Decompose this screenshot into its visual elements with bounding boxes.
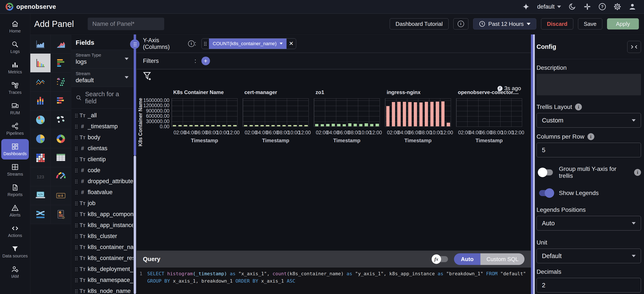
drag-handle-icon[interactable] [75, 212, 78, 216]
field-item[interactable]: #floatvalue [71, 187, 133, 198]
chart-type-custom-chart[interactable] [51, 205, 71, 224]
settings-gear-icon[interactable] [614, 3, 621, 11]
dark-mode-moon-icon[interactable] [568, 3, 576, 11]
sidebar-item-reports[interactable]: Reports [1, 180, 29, 200]
drag-handle-icon[interactable] [75, 124, 78, 129]
sidebar-item-logs[interactable]: Logs [1, 37, 29, 57]
description-textarea[interactable] [536, 74, 641, 95]
sidebar-item-alerts[interactable]: Alerts [1, 200, 29, 221]
fields-splitter[interactable] [133, 35, 136, 294]
filter-plus-icon[interactable] [142, 71, 152, 82]
plot-area[interactable] [243, 98, 309, 127]
sidebar-item-traces[interactable]: Traces [1, 78, 29, 98]
chart-type-map[interactable] [51, 110, 71, 129]
drag-handle-icon[interactable] [75, 234, 78, 238]
drag-handle-icon[interactable] [75, 179, 78, 183]
legends-positions-select[interactable]: Auto [536, 216, 641, 230]
drag-handle-icon[interactable] [75, 267, 78, 271]
field-item[interactable]: #_timestamp [71, 121, 133, 132]
function-toggle[interactable]: fx [432, 256, 448, 262]
chart-type-sankey[interactable] [30, 205, 51, 224]
chart-type-pie[interactable] [30, 129, 51, 148]
decimals-input[interactable]: 2 [536, 278, 641, 292]
chart-type-geomap[interactable] [30, 110, 51, 129]
dashboard-tutorial-button[interactable]: Dashboard Tutorial [390, 18, 448, 30]
chart-type-area-stacked[interactable] [51, 35, 71, 54]
plot-area[interactable] [456, 98, 522, 127]
chart-type-line[interactable] [30, 73, 51, 92]
query-mode-custom-sql[interactable]: Custom SQL [480, 253, 524, 265]
chart-type-h-stacked-bar[interactable] [51, 92, 71, 110]
field-item[interactable]: Tᴛk8s_container_resta [71, 253, 133, 264]
profile-icon[interactable] [628, 3, 636, 11]
columns-per-row-input[interactable]: 5 [536, 143, 641, 157]
sidebar-item-streams[interactable]: Streams [1, 159, 29, 180]
sql-editor[interactable]: 1 SELECT histogram(_timestamp) as "x_axi… [136, 267, 531, 294]
show-legends-toggle[interactable] [539, 190, 553, 196]
slack-icon[interactable] [584, 3, 591, 11]
field-item[interactable]: Tᴛclientip [71, 154, 133, 165]
chart-type-gauge[interactable] [51, 167, 71, 186]
drag-handle-icon[interactable] [75, 256, 78, 260]
chart-type-markdown[interactable]: M [51, 186, 71, 205]
sparkle-icon[interactable] [522, 3, 530, 11]
chart-type-html[interactable]: </> [30, 186, 51, 205]
field-item[interactable]: Tᴛk8s_app_instance [71, 220, 133, 231]
sidebar-item-iam[interactable]: IAM [1, 262, 29, 282]
drag-handle-icon[interactable] [75, 157, 78, 161]
sidebar-item-dashboards[interactable]: Dashboards [1, 139, 29, 159]
chart-type-table[interactable] [51, 148, 71, 167]
panel-name-input[interactable] [88, 18, 164, 30]
drag-handle-icon[interactable] [75, 190, 78, 194]
drag-handle-icon[interactable] [75, 146, 78, 150]
field-item[interactable]: Tᴛk8s_namespace_na [71, 275, 133, 285]
plot-area[interactable] [172, 98, 238, 127]
query-mode-auto[interactable]: Auto [454, 253, 480, 265]
stream-select[interactable]: Stream default [71, 69, 133, 87]
chart-type-metric-text[interactable]: 123 [30, 167, 51, 186]
field-item[interactable]: Tᴛk8s_container_name [71, 242, 133, 253]
field-item[interactable]: Tᴛ_all [71, 110, 133, 121]
y-axis-field-dropdown[interactable]: COUNT(k8s_container_name) [209, 39, 286, 49]
drag-handle-icon[interactable] [75, 245, 78, 249]
sidebar-item-rum[interactable]: RUM [1, 98, 29, 119]
chart-type-scatter[interactable] [51, 73, 71, 92]
config-splitter-track[interactable] [533, 35, 535, 294]
drag-handle-icon[interactable] [75, 113, 78, 118]
splitter-drag-handle-icon[interactable] [130, 39, 140, 49]
field-item[interactable]: Tᴛk8s_deployment_na [71, 264, 133, 275]
field-item[interactable]: Tᴛk8s_node_name [71, 285, 133, 294]
trellis-layout-select[interactable]: Custom [536, 113, 641, 128]
field-item[interactable]: #dropped_attributes_ [71, 176, 133, 187]
chart-type-h-bar[interactable] [51, 54, 71, 73]
chart-type-heatmap[interactable] [30, 148, 51, 167]
config-splitter[interactable] [531, 35, 533, 294]
drag-handle-icon[interactable] [75, 289, 78, 293]
time-range-button[interactable]: Past 12 Hours [473, 18, 536, 30]
panel-info-button[interactable]: i [453, 18, 468, 30]
apply-button[interactable]: Apply [607, 18, 639, 30]
group-y-axis-toggle[interactable] [539, 169, 553, 175]
field-item[interactable]: Tᴛk8s_cluster [71, 231, 133, 242]
splitter-thumb[interactable] [134, 35, 136, 156]
sidebar-item-metrics[interactable]: Metrics [1, 57, 29, 78]
add-filter-button[interactable]: + [202, 57, 210, 65]
drag-handle-icon[interactable] [202, 42, 209, 46]
field-item[interactable]: #code [71, 165, 133, 176]
save-button[interactable]: Save [578, 18, 602, 30]
sidebar-item-pipelines[interactable]: Pipelines [1, 119, 29, 139]
collapse-panel-button[interactable] [627, 41, 641, 53]
plot-area[interactable] [385, 98, 451, 127]
org-selector[interactable]: default [537, 4, 561, 10]
sidebar-item-data-sources[interactable]: Data sources [1, 241, 29, 262]
field-item[interactable]: Tᴛk8s_app_componen [71, 209, 133, 220]
help-icon[interactable]: ? [598, 3, 606, 11]
sidebar-item-actions[interactable]: Actions [1, 221, 29, 241]
stream-type-select[interactable]: Stream Type logs [71, 50, 133, 69]
drag-handle-icon[interactable] [75, 135, 78, 139]
drag-handle-icon[interactable] [75, 201, 78, 205]
remove-field-icon[interactable]: ✕ [286, 40, 296, 47]
field-item[interactable]: Tᴛjob [71, 198, 133, 209]
field-search-input[interactable]: Search for a field [71, 87, 133, 109]
chart-type-bar[interactable] [30, 54, 51, 73]
